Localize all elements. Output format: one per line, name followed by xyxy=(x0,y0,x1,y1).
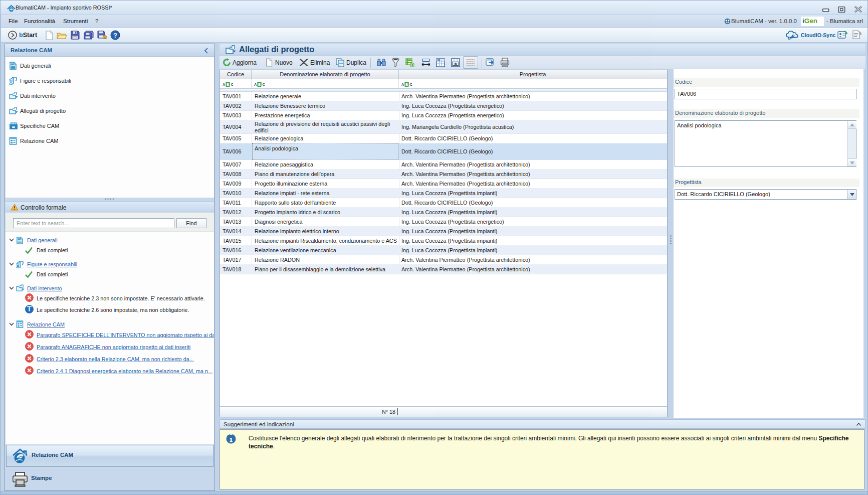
svg-text:B: B xyxy=(227,82,229,87)
svg-text:B: B xyxy=(405,82,408,87)
svg-text:A: A xyxy=(223,82,226,87)
svg-text:C: C xyxy=(410,82,413,87)
svg-text:-a-: -a- xyxy=(453,61,458,66)
svg-text:A: A xyxy=(401,82,404,87)
svg-text:C: C xyxy=(231,82,234,87)
svg-text:C: C xyxy=(263,82,266,87)
svg-text:A: A xyxy=(254,82,257,87)
svg-text:B: B xyxy=(258,82,261,87)
svg-text:?: ? xyxy=(113,32,117,39)
